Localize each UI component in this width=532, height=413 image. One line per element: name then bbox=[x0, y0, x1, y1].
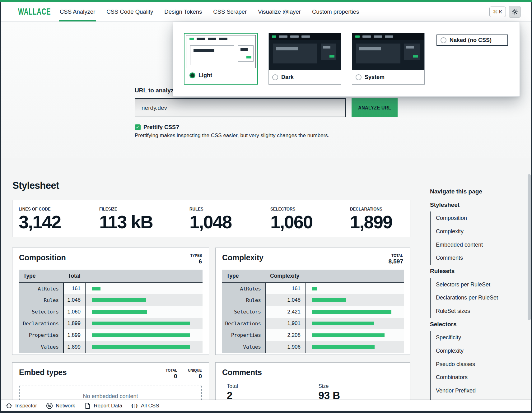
toolbar-item-label: Inspector bbox=[15, 403, 37, 409]
theme-option-dark[interactable]: Dark bbox=[268, 33, 341, 85]
theme-label-row: System bbox=[352, 70, 424, 84]
theme-option-light[interactable]: Light bbox=[184, 33, 258, 85]
brand-logo-box: WALLACE bbox=[18, 7, 47, 17]
preview-nav-chip bbox=[374, 35, 382, 38]
stat-filesize: FILESIZE113 kB bbox=[99, 206, 189, 231]
page-nav-item-declarations-per-ruleset[interactable]: Declarations per RuleSet bbox=[431, 291, 523, 305]
table-row: Declarations1,901 bbox=[222, 318, 404, 330]
theme-label-row: Light bbox=[186, 68, 256, 82]
braces-icon: {:} bbox=[131, 402, 138, 409]
page-navigation: Navigate this page StylesheetComposition… bbox=[430, 185, 523, 411]
bar-cell bbox=[305, 306, 404, 318]
preview-nav-chip bbox=[208, 38, 216, 40]
nav-right: ⌘ K bbox=[489, 6, 521, 18]
theme-option-naked[interactable]: Naked (no CSS) bbox=[436, 35, 508, 46]
page-nav-item-selectors-per-ruleset[interactable]: Selectors per RuleSet bbox=[431, 278, 523, 291]
type-cell: Properties bbox=[19, 329, 63, 341]
tab-design-tokens[interactable]: Design Tokens bbox=[164, 2, 202, 21]
value-bar bbox=[312, 345, 375, 349]
type-cell: Rules bbox=[19, 294, 63, 306]
toolbar-item-network[interactable]: Network bbox=[46, 402, 75, 409]
value-cell: 161 bbox=[63, 283, 85, 295]
toolbar-item-label: All CSS bbox=[141, 403, 159, 409]
types-mini-stat: TYPES 6 bbox=[188, 253, 202, 265]
theme-option-label: Naked (no CSS) bbox=[450, 37, 492, 44]
card-head: Comments bbox=[216, 363, 410, 377]
table-row: Declarations1,899 bbox=[19, 318, 203, 330]
analyze-url-button[interactable]: ANALYZE URL bbox=[352, 98, 398, 117]
type-cell: AtRules bbox=[19, 283, 63, 295]
page-nav-item-specificity[interactable]: Specificity bbox=[431, 331, 523, 345]
tab-visualize-layer[interactable]: Visualize @layer bbox=[258, 2, 301, 21]
bottom-toolbar: InspectorNetworkReport Data{:}All CSS bbox=[0, 400, 532, 413]
prettify-checkbox[interactable] bbox=[135, 124, 141, 130]
value-bar bbox=[92, 298, 146, 302]
page-nav-item-embedded-content[interactable]: Embedded content bbox=[431, 238, 523, 252]
stat-rules: RULES1,048 bbox=[189, 206, 270, 231]
page-nav-group-stylesheet[interactable]: Stylesheet bbox=[430, 198, 523, 212]
bar-cell bbox=[85, 318, 203, 330]
card-title: Comments bbox=[222, 368, 262, 377]
page-nav-item-combinators[interactable]: Combinators bbox=[431, 371, 523, 384]
type-cell: Rules bbox=[222, 294, 266, 306]
url-label: URL to analyze bbox=[135, 87, 177, 94]
preview-bar bbox=[240, 48, 248, 51]
value-bar bbox=[92, 287, 100, 290]
page-nav-item-pseudo-classes[interactable]: Pseudo classes bbox=[431, 358, 523, 371]
type-cell: Selectors bbox=[222, 306, 266, 318]
theme-option-label: Dark bbox=[281, 74, 294, 81]
radio-light[interactable] bbox=[189, 72, 195, 78]
scrollbar[interactable] bbox=[528, 174, 531, 320]
value-cell: 1,060 bbox=[63, 306, 85, 318]
stat-label: FILESIZE bbox=[99, 206, 176, 212]
value-bar bbox=[92, 310, 147, 314]
table-row: Rules1,048 bbox=[19, 294, 203, 306]
value-cell: 1,899 bbox=[63, 341, 85, 353]
radio-dark[interactable] bbox=[272, 74, 278, 80]
toolbar-item-inspector[interactable]: Inspector bbox=[6, 402, 37, 409]
sun-icon bbox=[511, 8, 518, 15]
page-nav-item-complexity[interactable]: Complexity bbox=[431, 225, 523, 238]
tab-css-analyzer[interactable]: CSS Analyzer bbox=[60, 2, 95, 21]
tab-custom-properties[interactable]: Custom properties bbox=[312, 2, 359, 21]
page-nav-item-complexity[interactable]: Complexity bbox=[431, 344, 523, 358]
preview-nav-chip bbox=[197, 38, 205, 40]
tab-css-code-quality[interactable]: CSS Code Quality bbox=[106, 2, 153, 21]
page-nav-item-vendor-prefixed[interactable]: Vendor Prefixed bbox=[431, 384, 523, 397]
bar-cell bbox=[85, 306, 203, 318]
page-nav-item-comments[interactable]: Comments bbox=[431, 251, 523, 265]
stat-label: SELECTORS bbox=[270, 206, 338, 212]
column-header: Complexity bbox=[266, 270, 305, 283]
brand-logo[interactable]: WALLACE bbox=[18, 7, 39, 17]
url-input[interactable] bbox=[135, 98, 346, 117]
report-heading: Stylesheet bbox=[12, 180, 59, 191]
preview-nav-chip bbox=[279, 35, 287, 38]
tab-css-scraper[interactable]: CSS Scraper bbox=[213, 2, 247, 21]
radio-naked[interactable] bbox=[441, 37, 446, 43]
theme-option-system[interactable]: System bbox=[352, 33, 425, 85]
preview-navbar bbox=[269, 33, 341, 40]
toolbar-item-all-css[interactable]: {:}All CSS bbox=[131, 402, 159, 409]
mini-stat-label: TOTAL bbox=[391, 253, 403, 258]
page-nav-heading: Navigate this page bbox=[430, 185, 523, 198]
radio-system[interactable] bbox=[356, 74, 362, 80]
mini-stat-label: TOTAL bbox=[166, 368, 177, 373]
value-bar bbox=[92, 333, 190, 337]
page-nav-group-selectors[interactable]: Selectors bbox=[430, 318, 523, 331]
theme-label-row: Dark bbox=[269, 70, 341, 84]
preview-green-chip bbox=[246, 56, 251, 58]
column-header: Type bbox=[222, 270, 266, 283]
page-nav-item-composition[interactable]: Composition bbox=[431, 211, 523, 225]
preview-bar bbox=[406, 46, 414, 49]
prettify-label: Prettify CSS? bbox=[143, 124, 179, 131]
prettify-row: Prettify CSS? bbox=[135, 124, 179, 131]
preview-green-chip bbox=[329, 55, 334, 58]
command-k-badge[interactable]: ⌘ K bbox=[489, 7, 506, 17]
value-bar bbox=[312, 298, 346, 302]
value-bar bbox=[312, 287, 317, 290]
page-nav-group-rulesets[interactable]: Rulesets bbox=[430, 265, 523, 278]
theme-toggle-button[interactable] bbox=[509, 6, 521, 18]
toolbar-item-report-data[interactable]: Report Data bbox=[84, 402, 122, 409]
preview-green-chip bbox=[413, 55, 418, 58]
page-nav-item-ruleset-sizes[interactable]: RuleSet sizes bbox=[431, 304, 523, 318]
